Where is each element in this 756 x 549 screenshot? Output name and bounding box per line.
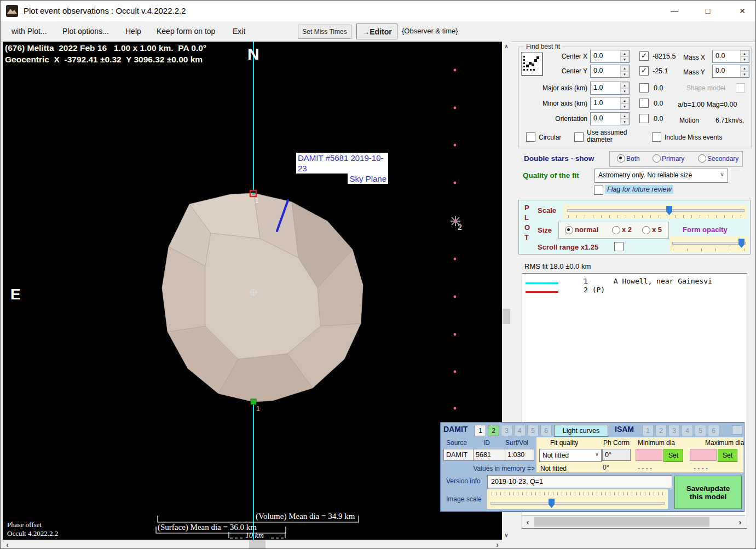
- spin-down-icon[interactable]: ▼: [740, 71, 749, 77]
- menu-keep-on-top[interactable]: Keep form on top: [157, 27, 215, 36]
- set-miss-times-button[interactable]: Set Miss Times: [298, 25, 351, 39]
- double-stars-secondary-radio[interactable]: [698, 154, 706, 163]
- close-button[interactable]: ✕: [729, 1, 756, 21]
- image-scale-thumb[interactable]: [549, 499, 555, 508]
- blank-button[interactable]: [732, 425, 742, 435]
- isam-model-5-button[interactable]: 5: [695, 425, 706, 436]
- spin-up-icon[interactable]: ▲: [740, 50, 749, 56]
- maximize-button[interactable]: □: [695, 1, 720, 21]
- scale-slider-thumb[interactable]: [666, 206, 672, 215]
- menu-exit[interactable]: Exit: [233, 27, 245, 36]
- mass-y-spinner-arrows[interactable]: ▲▼: [740, 65, 749, 77]
- spin-up-icon[interactable]: ▲: [620, 113, 629, 119]
- center-x-spinner-arrows[interactable]: ▲▼: [620, 50, 629, 62]
- use-assumed-diameter-checkbox[interactable]: [574, 132, 584, 142]
- dropdown-arrow-icon[interactable]: ∨: [720, 171, 724, 178]
- major-axis-input[interactable]: 1.0 ▲▼: [590, 82, 630, 95]
- dropdown-arrow-icon[interactable]: ∨: [595, 451, 599, 457]
- scroll-up-arrow-icon[interactable]: ∧: [502, 42, 511, 51]
- scroll-left-arrow-icon[interactable]: ‹: [3, 540, 12, 549]
- observer-list-scrollbar[interactable]: ‹ ›: [522, 515, 746, 528]
- isam-model-6-button[interactable]: 6: [708, 425, 719, 436]
- menu-help[interactable]: Help: [125, 27, 141, 36]
- spin-down-icon[interactable]: ▼: [620, 71, 629, 77]
- center-x-input[interactable]: 0.0 ▲▼: [590, 50, 630, 63]
- size-x2-radio[interactable]: [612, 226, 620, 234]
- double-stars-primary-radio[interactable]: [653, 154, 661, 163]
- spin-up-icon[interactable]: ▲: [620, 50, 629, 56]
- list-scroll-left-icon[interactable]: ‹: [522, 516, 533, 528]
- isam-model-3-button[interactable]: 3: [668, 425, 680, 436]
- spin-up-icon[interactable]: ▲: [620, 65, 629, 71]
- center-y-input[interactable]: 0.0 ▲▼: [590, 65, 630, 78]
- center-y-spinner-arrows[interactable]: ▲▼: [620, 65, 629, 77]
- damit-model-6-button[interactable]: 6: [540, 425, 552, 436]
- damit-model-3-button[interactable]: 3: [501, 425, 512, 436]
- id-value[interactable]: 5681: [473, 449, 506, 461]
- isam-model-2-button[interactable]: 2: [655, 425, 667, 436]
- scroll-right-arrow-icon[interactable]: ›: [493, 540, 502, 549]
- center-x-fit-checkbox[interactable]: ✓: [639, 51, 649, 61]
- min-dia-field[interactable]: [636, 449, 662, 461]
- damit-model-1-button[interactable]: 1: [475, 425, 486, 436]
- spin-down-icon[interactable]: ▼: [740, 56, 749, 62]
- spin-down-icon[interactable]: ▼: [620, 119, 629, 125]
- list-scroll-thumb[interactable]: [534, 517, 709, 527]
- save-update-button[interactable]: Save/update this model: [674, 476, 742, 509]
- editor-button[interactable]: →Editor: [356, 24, 397, 39]
- quality-fit-dropdown[interactable]: Astrometry only. No reliable size ∨: [595, 169, 728, 183]
- mass-x-input[interactable]: 0.0 ▲▼: [712, 50, 749, 63]
- ph-corr-value[interactable]: 0°: [602, 449, 631, 461]
- minor-axis-spinner-arrows[interactable]: ▲▼: [620, 97, 629, 109]
- minor-axis-input[interactable]: 1.0 ▲▼: [590, 97, 630, 110]
- size-normal-radio[interactable]: [565, 226, 573, 234]
- form-opacity-slider[interactable]: [670, 236, 748, 252]
- shape-model-checkbox[interactable]: [736, 83, 745, 93]
- major-axis-spinner-arrows[interactable]: ▲▼: [620, 82, 629, 94]
- isam-model-1-button[interactable]: 1: [642, 425, 654, 436]
- spin-down-icon[interactable]: ▼: [620, 88, 629, 94]
- double-stars-both-radio[interactable]: [617, 154, 625, 163]
- spin-down-icon[interactable]: ▼: [620, 103, 629, 109]
- damit-model-2-button[interactable]: 2: [488, 425, 499, 436]
- plot-canvas[interactable]: [3, 42, 502, 540]
- spin-up-icon[interactable]: ▲: [740, 65, 749, 71]
- damit-model-4-button[interactable]: 4: [514, 425, 526, 436]
- form-opacity-thumb[interactable]: [738, 239, 745, 248]
- isam-model-4-button[interactable]: 4: [682, 425, 693, 436]
- center-y-fit-checkbox[interactable]: ✓: [639, 66, 649, 76]
- plot-horizontal-scrollbar[interactable]: ‹ ›: [3, 540, 502, 549]
- spin-up-icon[interactable]: ▲: [620, 97, 629, 103]
- mass-x-spinner-arrows[interactable]: ▲▼: [740, 50, 749, 62]
- major-axis-fit-checkbox[interactable]: [639, 83, 649, 93]
- scale-slider[interactable]: [564, 204, 748, 219]
- flag-review-checkbox[interactable]: [594, 186, 603, 195]
- horizontal-scroll-thumb[interactable]: [249, 540, 266, 549]
- image-scale-slider[interactable]: [487, 489, 668, 509]
- minor-axis-fit-checkbox[interactable]: [639, 99, 649, 108]
- spin-up-icon[interactable]: ▲: [620, 82, 629, 88]
- damit-model-5-button[interactable]: 5: [527, 425, 539, 436]
- menu-with-plot[interactable]: with Plot...: [11, 27, 47, 36]
- max-dia-field[interactable]: [690, 449, 717, 461]
- orientation-spinner-arrows[interactable]: ▲▼: [620, 113, 629, 125]
- version-info-field[interactable]: 2019-10-23, Q=1: [487, 475, 672, 488]
- mass-y-input[interactable]: 0.0 ▲▼: [712, 65, 749, 78]
- spin-down-icon[interactable]: ▼: [620, 56, 629, 62]
- vertical-scroll-thumb[interactable]: [503, 309, 510, 324]
- include-miss-events-checkbox[interactable]: [652, 132, 661, 142]
- fit-quality-dropdown[interactable]: Not fitted ∨: [539, 449, 602, 462]
- scroll-down-arrow-icon[interactable]: ∨: [502, 530, 511, 540]
- circular-checkbox[interactable]: [526, 132, 535, 142]
- observer1-entry[interactable]: 1 A Howell, near Gainesvi: [584, 277, 712, 285]
- min-dia-set-button[interactable]: Set: [663, 449, 683, 462]
- observer2-entry[interactable]: 2 (P): [584, 286, 605, 294]
- minimize-button[interactable]: —: [662, 1, 687, 21]
- orientation-input[interactable]: 0.0 ▲▼: [590, 112, 630, 125]
- max-dia-set-button[interactable]: Set: [718, 449, 737, 462]
- menu-plot-options[interactable]: Plot options...: [62, 27, 109, 36]
- list-scroll-right-icon[interactable]: ›: [735, 516, 746, 528]
- scroll-range-checkbox[interactable]: [614, 242, 624, 251]
- size-x5-radio[interactable]: [642, 226, 650, 234]
- light-curves-button[interactable]: Light curves: [554, 425, 608, 437]
